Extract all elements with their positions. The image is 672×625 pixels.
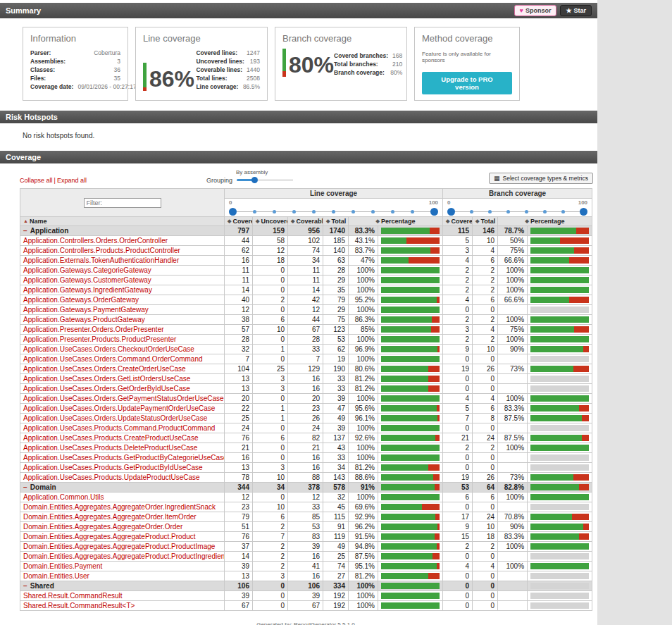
grouping-slider[interactable] bbox=[237, 176, 293, 184]
grouping-control: By assembly Grouping bbox=[206, 169, 293, 184]
star-button[interactable]: ★ Star bbox=[560, 5, 592, 16]
value-cell: 0 bbox=[253, 276, 288, 285]
value-cell: 78 bbox=[225, 473, 253, 483]
class-link[interactable]: Application.UseCases.Products.CreateProd… bbox=[23, 434, 198, 442]
value-cell: 19 bbox=[323, 354, 349, 364]
value-cell: 42 bbox=[288, 295, 323, 305]
collapse-icon[interactable]: − bbox=[23, 227, 27, 235]
percentage-bar bbox=[378, 295, 443, 305]
class-link[interactable]: Application.Controllers.Products.Product… bbox=[23, 247, 180, 254]
class-link[interactable]: Application.Gateways.OrderGateway bbox=[23, 296, 139, 304]
stat-value: 09/01/2026 - 00:27:17 bbox=[77, 82, 136, 91]
no-risk-hotspots-text: No risk hotspots found. bbox=[0, 123, 597, 151]
class-link[interactable]: Application.UseCases.Orders.CreateOrderU… bbox=[23, 365, 186, 373]
class-link[interactable]: Shared.Result.CommandResult<T> bbox=[23, 602, 135, 609]
assembly-name-cell: −Shared bbox=[20, 581, 225, 591]
class-link[interactable]: Application.Presenter.Products.ProductPr… bbox=[23, 335, 176, 343]
class-link[interactable]: Application.Presenter.Orders.OrderPresen… bbox=[23, 326, 164, 333]
class-link[interactable]: Domain.Entities.User bbox=[23, 572, 89, 580]
class-name-cell: Application.UseCases.Orders.UpdatePaymen… bbox=[20, 404, 225, 414]
class-link[interactable]: Application.UseCases.Orders.GetPaymentSt… bbox=[23, 395, 224, 402]
value-cell: 3 bbox=[253, 374, 288, 384]
class-link[interactable]: Application.UseCases.Products.DeleteProd… bbox=[23, 444, 197, 452]
upgrade-pro-button[interactable]: Upgrade to PRO version bbox=[422, 72, 512, 94]
collapse-icon[interactable]: − bbox=[23, 483, 27, 491]
class-link[interactable]: Application.UseCases.Orders.UpdateStatus… bbox=[23, 414, 207, 422]
collapse-all-link[interactable]: Collapse all bbox=[20, 177, 53, 184]
class-link[interactable]: Application.UseCases.Products.GetProduct… bbox=[23, 464, 203, 471]
value-cell: 5 bbox=[443, 236, 473, 246]
value-cell: 41 bbox=[288, 562, 323, 571]
class-link[interactable]: Application.UseCases.Orders.Command.Orde… bbox=[23, 355, 203, 363]
col-header-line-coverable[interactable]: ◆Coverable bbox=[288, 217, 323, 226]
class-link[interactable]: Application.UseCases.Products.Command.Pr… bbox=[23, 424, 215, 432]
class-link[interactable]: Application.UseCases.Orders.UpdatePaymen… bbox=[23, 404, 215, 412]
class-link[interactable]: Application.Gateways.PaymentGateway bbox=[23, 306, 149, 314]
information-card: Information Parser:Cobertura Assemblies:… bbox=[23, 27, 128, 101]
col-header-branch-percentage[interactable]: ◆Percentage bbox=[498, 217, 592, 226]
class-link[interactable]: Application.UseCases.Products.GetProduct… bbox=[23, 454, 225, 462]
percentage-bar bbox=[528, 473, 592, 483]
col-header-name[interactable]: ▲Name bbox=[20, 217, 225, 226]
class-link[interactable]: Application.Common.Utils bbox=[23, 493, 104, 501]
class-link[interactable]: Application.UseCases.Orders.GetOrderById… bbox=[23, 385, 190, 392]
stat-label: Branch coverage: bbox=[334, 68, 385, 77]
class-link[interactable]: Application.Gateways.ProductGateway bbox=[23, 316, 145, 323]
information-card-title: Information bbox=[30, 33, 120, 44]
value-cell: 21 bbox=[288, 443, 323, 453]
col-header-line-percentage[interactable]: ◆Percentage bbox=[349, 217, 443, 226]
assembly-row[interactable]: −Shared1060106334100%00 bbox=[20, 581, 592, 591]
stat-value: 193 bbox=[250, 57, 260, 66]
assembly-row[interactable]: −Application797159956174083.3%11514678.7… bbox=[20, 226, 592, 236]
col-header-branch-total[interactable]: ◆Total bbox=[473, 217, 498, 226]
assembly-row[interactable]: −Domain3443437857891%536482.8% bbox=[20, 483, 592, 493]
value-cell: 25 bbox=[323, 552, 349, 562]
value-cell: 58 bbox=[253, 236, 288, 246]
class-link[interactable]: Domain.Entities.Aggregates.AggregateOrde… bbox=[23, 513, 197, 521]
class-link[interactable]: Domain.Entities.Aggregates.AggregateProd… bbox=[23, 543, 215, 550]
class-link[interactable]: Application.Controllers.Orders.OrderCont… bbox=[23, 237, 168, 245]
stat-label: Line coverage: bbox=[196, 82, 238, 91]
class-link[interactable]: Application.Gateways.CategorieGateway bbox=[23, 266, 151, 274]
value-cell: 70.8% bbox=[498, 512, 528, 522]
value-cell: 35 bbox=[323, 285, 349, 295]
value-cell: 10 bbox=[253, 502, 288, 512]
value-cell: 74 bbox=[288, 246, 323, 256]
class-link[interactable]: Application.Gateways.IngredientGateway bbox=[23, 286, 152, 294]
class-link[interactable]: Application.UseCases.Orders.GetListOrder… bbox=[23, 375, 190, 383]
percentage-bar bbox=[528, 226, 592, 236]
branch-slider-handle-min[interactable] bbox=[447, 208, 455, 216]
class-link[interactable]: Application.UseCases.Products.UpdateProd… bbox=[23, 474, 200, 481]
value-cell: 2 bbox=[443, 285, 473, 295]
class-link[interactable]: Application.UseCases.Orders.CheckoutOrde… bbox=[23, 345, 194, 353]
class-link[interactable]: Domain.Entities.Aggregates.AggregateOrde… bbox=[23, 523, 182, 531]
class-link[interactable]: Domain.Entities.Aggregates.AggregateOrde… bbox=[23, 503, 216, 511]
col-header-line-total[interactable]: ◆Total bbox=[323, 217, 349, 226]
value-cell: 104 bbox=[225, 364, 253, 374]
branch-slider-handle-max[interactable] bbox=[580, 208, 587, 216]
class-link[interactable]: Domain.Entities.Aggregates.AggregateProd… bbox=[23, 552, 225, 560]
expand-all-link[interactable]: Expand all bbox=[57, 177, 87, 184]
value-cell: 0 bbox=[253, 285, 288, 295]
class-link[interactable]: Application.Externals.TokenAuthenticatio… bbox=[23, 256, 179, 264]
col-header-branch-covered[interactable]: ◆Covered bbox=[443, 217, 473, 226]
col-header-line-covered[interactable]: ◆Covered bbox=[225, 217, 253, 226]
percentage-bar bbox=[378, 542, 443, 552]
class-link[interactable]: Domain.Entities.Payment bbox=[23, 562, 102, 570]
col-header-line-uncovered[interactable]: ◆Uncovered bbox=[253, 217, 288, 226]
line-slider-handle-min[interactable] bbox=[229, 208, 237, 216]
value-cell: 82 bbox=[288, 433, 323, 443]
select-coverage-types-button[interactable]: ▦ Select coverage types & metrics bbox=[489, 173, 593, 184]
stat-label: Coverage date: bbox=[30, 82, 73, 91]
sponsor-button[interactable]: ♥ Sponsor bbox=[514, 5, 557, 16]
class-link[interactable]: Shared.Result.CommandResult bbox=[23, 592, 123, 600]
summary-section-bar: Summary ♥ Sponsor ★ Star bbox=[0, 3, 597, 18]
class-link[interactable]: Application.Gateways.CustomerGateway bbox=[23, 276, 151, 284]
line-slider-handle-max[interactable] bbox=[430, 208, 438, 216]
collapse-icon[interactable]: − bbox=[23, 582, 27, 590]
percentage-bar bbox=[378, 246, 443, 256]
class-link[interactable]: Domain.Entities.Aggregates.AggregateProd… bbox=[23, 533, 196, 540]
filter-input[interactable] bbox=[84, 198, 161, 208]
percentage-bar bbox=[528, 354, 592, 364]
grouping-slider-handle[interactable] bbox=[251, 177, 258, 183]
